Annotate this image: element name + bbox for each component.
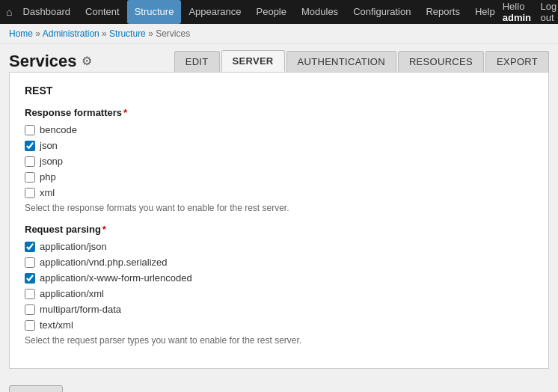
json-checkbox[interactable] xyxy=(25,141,35,151)
tab-resources[interactable]: ResourcES xyxy=(398,51,484,72)
nav-menu: Dashboard Content Structure Appearance P… xyxy=(15,0,502,24)
application-vnd-checkbox[interactable] xyxy=(25,257,35,268)
application-xml-label[interactable]: application/xml xyxy=(40,288,104,299)
bencode-checkbox[interactable] xyxy=(25,125,35,135)
top-navigation: ⌂ Dashboard Content Structure Appearance… xyxy=(0,0,558,24)
rest-section-title: REST xyxy=(25,85,533,97)
page-title-row: Services ⚙ xyxy=(9,52,92,71)
checkbox-bencode: bencode xyxy=(25,124,533,135)
multipart-form-checkbox[interactable] xyxy=(25,304,35,315)
nav-item-configuration[interactable]: Configuration xyxy=(346,0,418,24)
application-xml-checkbox[interactable] xyxy=(25,289,35,299)
checkbox-application-vnd: application/vnd.php.serialized xyxy=(25,257,533,268)
form-card: REST Response formatters* bencode json j… xyxy=(9,72,549,369)
add-icon[interactable]: ⚙ xyxy=(82,54,92,68)
nav-item-help[interactable]: Help xyxy=(467,0,503,24)
checkbox-application-json: application/json xyxy=(25,241,533,252)
php-checkbox[interactable] xyxy=(25,172,35,183)
bencode-label[interactable]: bencode xyxy=(40,124,77,135)
response-formatters-title: Response formatters* xyxy=(25,107,533,118)
jsonp-checkbox[interactable] xyxy=(25,156,35,167)
xml-checkbox[interactable] xyxy=(25,188,35,198)
application-json-label[interactable]: application/json xyxy=(40,241,107,252)
breadcrumb: Home » Administration » Structure » Serv… xyxy=(0,24,558,44)
save-button[interactable]: Save xyxy=(9,385,63,392)
logout-link[interactable]: Log out xyxy=(541,1,558,23)
breadcrumb-current: Services xyxy=(156,28,190,39)
page-header: Services ⚙ EDIt SERVER AUTHENTICATION Re… xyxy=(0,44,558,72)
application-x-www-checkbox[interactable] xyxy=(25,273,35,284)
page-title: Services xyxy=(9,52,77,71)
text-xml-label[interactable]: text/xml xyxy=(40,319,73,331)
request-parsing-group: Request parsing* application/json applic… xyxy=(25,224,533,346)
breadcrumb-structure[interactable]: Structure xyxy=(109,28,146,39)
checkbox-jsonp: jsonp xyxy=(25,156,533,167)
nav-item-content[interactable]: Content xyxy=(78,0,127,24)
php-label[interactable]: php xyxy=(40,171,56,183)
request-parsing-title: Request parsing* xyxy=(25,224,533,235)
checkbox-multipart-form: multipart/form-data xyxy=(25,304,533,315)
checkbox-application-x-www: application/x-www-form-urlencoded xyxy=(25,272,533,284)
application-x-www-label[interactable]: application/x-www-form-urlencoded xyxy=(40,272,192,284)
main-content: REST Response formatters* bencode json j… xyxy=(0,72,558,378)
multipart-form-label[interactable]: multipart/form-data xyxy=(40,304,121,315)
application-vnd-label[interactable]: application/vnd.php.serialized xyxy=(40,257,168,268)
tab-authentication[interactable]: AUTHENTICATION xyxy=(286,51,396,72)
xml-label[interactable]: xml xyxy=(40,187,55,198)
checkbox-text-xml: text/xml xyxy=(25,319,533,331)
checkbox-xml: xml xyxy=(25,187,533,198)
application-json-checkbox[interactable] xyxy=(25,242,35,252)
json-label[interactable]: json xyxy=(40,140,58,151)
nav-item-appearance[interactable]: Appearance xyxy=(181,0,248,24)
save-section: Save xyxy=(0,378,558,392)
checkbox-php: php xyxy=(25,171,533,183)
breadcrumb-admin[interactable]: Administration xyxy=(43,28,99,39)
tab-server[interactable]: SERVER xyxy=(221,50,285,72)
checkbox-json: json xyxy=(25,140,533,151)
text-xml-checkbox[interactable] xyxy=(25,320,35,331)
nav-item-reports[interactable]: Reports xyxy=(418,0,467,24)
request-parsing-help: Select the request parser types you want… xyxy=(25,335,533,346)
checkbox-application-xml: application/xml xyxy=(25,288,533,299)
nav-item-modules[interactable]: Modules xyxy=(294,0,346,24)
jsonp-label[interactable]: jsonp xyxy=(40,156,63,167)
breadcrumb-home[interactable]: Home xyxy=(9,28,33,39)
tab-edit[interactable]: EDIt xyxy=(174,51,220,72)
response-formatters-help: Select the response formats you want to … xyxy=(25,203,533,213)
nav-item-dashboard[interactable]: Dashboard xyxy=(15,0,78,24)
hello-text: Hello admin xyxy=(503,1,535,23)
tab-export[interactable]: EXPORT xyxy=(485,51,549,72)
user-section: Hello admin Log out ▶ xyxy=(503,1,558,23)
response-formatters-group: Response formatters* bencode json jsonp … xyxy=(25,107,533,213)
tab-buttons: EDIt SERVER AUTHENTICATION ResourcES EXP… xyxy=(174,50,549,72)
home-icon[interactable]: ⌂ xyxy=(6,6,12,18)
nav-item-structure[interactable]: Structure xyxy=(127,0,182,24)
nav-item-people[interactable]: People xyxy=(249,0,294,24)
